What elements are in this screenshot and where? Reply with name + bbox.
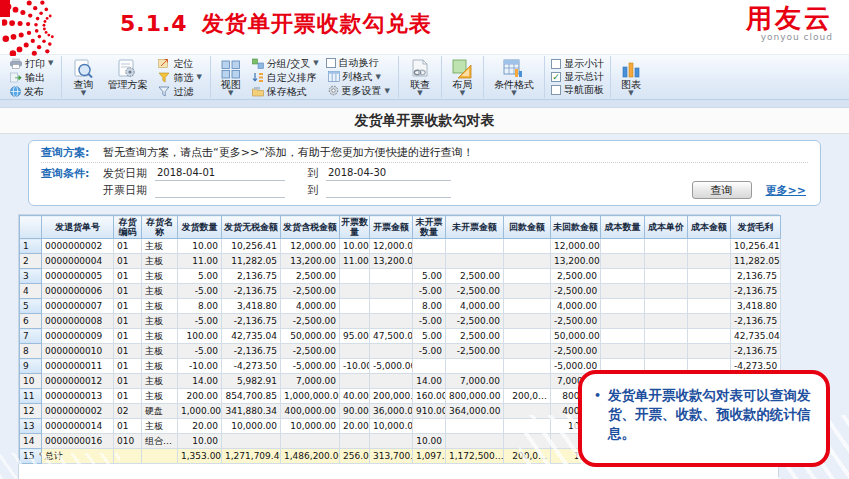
grid-cell[interactable]: 2,500.00	[281, 269, 340, 284]
export-button[interactable]: 输出	[8, 71, 55, 84]
grid-cell[interactable]: 01	[114, 359, 142, 374]
grid-cell[interactable]	[446, 359, 504, 374]
grid-cell[interactable]	[504, 254, 551, 269]
grid-cell[interactable]	[446, 239, 504, 254]
grid-cell[interactable]: 0000000013	[42, 389, 114, 404]
column-format-button[interactable]: 列格式▼	[326, 70, 392, 83]
grid-cell[interactable]: -2,136.75	[222, 344, 281, 359]
grid-cell[interactable]: -2,500.00	[281, 314, 340, 329]
locate-button[interactable]: 定位	[156, 57, 203, 70]
grid-cell[interactable]: 400,000.00	[281, 404, 340, 419]
column-header[interactable]: 成本金额	[688, 216, 731, 239]
grid-cell[interactable]: -2,500.00	[551, 344, 601, 359]
grid-cell[interactable]: 14.00	[413, 374, 446, 389]
table-row[interactable]: 5000000000701主板8.003,418.804,000.008.004…	[20, 299, 781, 314]
query-toolbar-button[interactable]: 查询 ▼	[68, 58, 98, 96]
grid-cell[interactable]: 11,282.05	[731, 254, 781, 269]
grid-cell[interactable]: 11.00	[340, 254, 370, 269]
row-number[interactable]: 11	[20, 389, 42, 404]
grid-cell[interactable]: 0000000016	[42, 434, 114, 449]
grid-cell[interactable]: 20.00	[340, 419, 370, 434]
grid-cell[interactable]: 3,418.80	[222, 299, 281, 314]
grid-cell[interactable]: 2,500.00	[446, 269, 504, 284]
column-header[interactable]: 发退货单号	[42, 216, 114, 239]
grid-cell[interactable]	[222, 434, 281, 449]
grid-cell[interactable]: 2,136.75	[731, 269, 781, 284]
grid-cell[interactable]	[413, 419, 446, 434]
grid-cell[interactable]: 200.00	[178, 389, 222, 404]
grid-cell[interactable]	[645, 344, 688, 359]
grid-cell[interactable]: 854,700.85	[222, 389, 281, 404]
grid-cell[interactable]	[413, 359, 446, 374]
grid-cell[interactable]: 10,256.41	[222, 239, 281, 254]
grid-cell[interactable]	[504, 299, 551, 314]
grid-cell[interactable]: 11.00	[178, 254, 222, 269]
grid-cell[interactable]: -2,500.00	[446, 314, 504, 329]
grid-cell[interactable]	[601, 299, 645, 314]
grid-cell[interactable]	[370, 434, 413, 449]
grid-cell[interactable]: 2,500.00	[446, 329, 504, 344]
row-number[interactable]: 1	[20, 239, 42, 254]
grid-cell[interactable]: 01	[114, 419, 142, 434]
grid-cell[interactable]: 13,200.00	[281, 254, 340, 269]
grid-cell[interactable]	[688, 314, 731, 329]
layout-button[interactable]: 布局 ▼	[448, 58, 477, 96]
grid-cell[interactable]: -5.00	[178, 344, 222, 359]
column-header[interactable]: 存货编码	[114, 216, 142, 239]
row-number[interactable]: 10	[20, 374, 42, 389]
filter-button[interactable]: 过滤	[156, 85, 203, 98]
row-number[interactable]: 3	[20, 269, 42, 284]
query-button[interactable]: 查询	[692, 181, 752, 199]
grid-cell[interactable]: 10.00	[413, 434, 446, 449]
table-row[interactable]: 8000000001001主板-5.00-2,136.75-2,500.00-5…	[20, 344, 781, 359]
show-subtotal-checkbox[interactable]: 显示小计	[551, 58, 604, 70]
grid-cell[interactable]: 主板	[142, 314, 178, 329]
table-row[interactable]: 2000000000401主板11.0011,282.0513,200.0011…	[20, 254, 781, 269]
show-total-checkbox[interactable]: 显示总计	[551, 71, 604, 83]
grid-cell[interactable]	[413, 239, 446, 254]
grid-cell[interactable]: 42,735.04	[731, 329, 781, 344]
grid-cell[interactable]: 10,000.00	[281, 419, 340, 434]
grid-cell[interactable]: 40.00	[340, 389, 370, 404]
grid-cell[interactable]	[688, 344, 731, 359]
grid-cell[interactable]	[645, 254, 688, 269]
row-number[interactable]: 13	[20, 419, 42, 434]
grid-cell[interactable]: 10,000.00	[222, 419, 281, 434]
grid-cell[interactable]	[370, 344, 413, 359]
grid-cell[interactable]: 1,000.00	[178, 404, 222, 419]
column-header[interactable]: 发货毛利	[731, 216, 781, 239]
table-row[interactable]: 3000000000501主板5.002,136.752,500.005.002…	[20, 269, 781, 284]
grid-cell[interactable]: 13,200.00	[370, 254, 413, 269]
grid-cell[interactable]	[370, 299, 413, 314]
grid-cell[interactable]: 11,282.05	[222, 254, 281, 269]
grid-cell[interactable]: 12,000.00	[551, 239, 601, 254]
grid-cell[interactable]: 0000000010	[42, 344, 114, 359]
save-format-button[interactable]: 保存格式	[250, 85, 321, 98]
row-number[interactable]: 6	[20, 314, 42, 329]
grid-cell[interactable]: 12,000.00	[281, 239, 340, 254]
grid-cell[interactable]: 01	[114, 299, 142, 314]
column-header[interactable]: 存货名称	[142, 216, 178, 239]
grid-cell[interactable]	[446, 434, 504, 449]
row-number[interactable]: 14	[20, 434, 42, 449]
grid-cell[interactable]	[688, 254, 731, 269]
grid-cell[interactable]: 1,172,500…	[446, 449, 504, 464]
grid-cell[interactable]: 主板	[142, 269, 178, 284]
grid-cell[interactable]: -10.00	[178, 359, 222, 374]
grid-cell[interactable]: 800,000.00	[446, 389, 504, 404]
grid-cell[interactable]: 0000000008	[42, 314, 114, 329]
grid-cell[interactable]: 01	[114, 269, 142, 284]
table-row[interactable]: 1000000000201主板10.0010,256.4112,000.0010…	[20, 239, 781, 254]
grid-cell[interactable]	[688, 239, 731, 254]
link-query-button[interactable]: 联查 ▼	[405, 58, 435, 96]
grid-cell[interactable]: -5,000.00	[281, 359, 340, 374]
grid-cell[interactable]: 10,000.00	[370, 419, 413, 434]
grid-cell[interactable]	[601, 284, 645, 299]
grid-cell[interactable]: 主板	[142, 359, 178, 374]
grid-cell[interactable]: 0000000011	[42, 359, 114, 374]
grid-cell[interactable]	[645, 314, 688, 329]
grid-cell[interactable]: 313,700…	[370, 449, 413, 464]
grid-cell[interactable]	[504, 329, 551, 344]
grid-cell[interactable]: 0000000007	[42, 299, 114, 314]
grid-cell[interactable]: -5.00	[178, 284, 222, 299]
